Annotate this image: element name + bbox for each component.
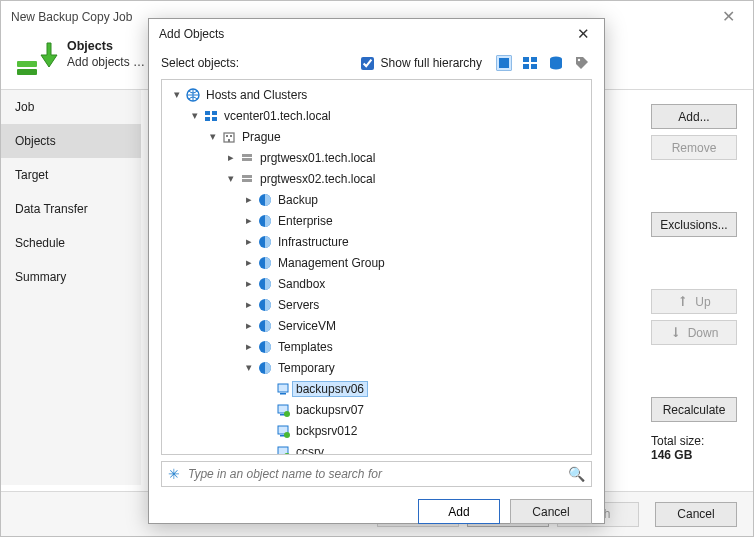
object-tree[interactable]: ▾Hosts and Clusters▾vcenter01.tech.local… — [161, 79, 592, 455]
vm-icon — [274, 424, 292, 438]
tree-node[interactable]: ▸Sandbox — [162, 273, 591, 294]
tree-label[interactable]: Enterprise — [274, 213, 337, 229]
tree-label[interactable]: Backup — [274, 192, 322, 208]
tree-node[interactable]: ▸Backup — [162, 189, 591, 210]
tree-label[interactable]: backupsrv07 — [292, 402, 368, 418]
parent-window: New Backup Copy Job ✕ Objects Add object… — [0, 0, 754, 537]
chevron-right-icon[interactable]: ▸ — [242, 298, 256, 311]
svg-rect-36 — [280, 393, 286, 395]
search-box[interactable]: ✳ 🔍 — [161, 461, 592, 487]
add-button[interactable]: Add — [418, 499, 500, 524]
tree-label[interactable]: Hosts and Clusters — [202, 87, 311, 103]
chevron-down-icon[interactable]: ▾ — [242, 361, 256, 374]
recalculate-button[interactable]: Recalculate — [651, 397, 737, 422]
tree-node[interactable]: ▸Templates — [162, 336, 591, 357]
chevron-down-icon[interactable]: ▾ — [206, 130, 220, 143]
nav-data-transfer[interactable]: Data Transfer — [1, 192, 141, 226]
tree-node[interactable]: ▸backupsrv06 — [162, 378, 591, 399]
spacer: ▸ — [260, 382, 274, 395]
tree-label[interactable]: backupsrv06 — [292, 381, 368, 397]
close-icon[interactable]: ✕ — [573, 25, 594, 43]
svg-rect-21 — [228, 139, 230, 142]
tree-node[interactable]: ▾prgtwesx02.tech.local — [162, 168, 591, 189]
svg-rect-23 — [242, 158, 252, 161]
tree-node[interactable]: ▸ccsrv — [162, 441, 591, 455]
tree-label[interactable]: vcenter01.tech.local — [220, 108, 335, 124]
tree-label[interactable]: Sandbox — [274, 276, 329, 292]
svg-rect-15 — [212, 111, 217, 115]
cancel-button[interactable]: Cancel — [655, 502, 737, 527]
dialog-footer: Add Cancel — [149, 487, 604, 536]
tree-node[interactable]: ▸backupsrv07 — [162, 399, 591, 420]
tree-node[interactable]: ▸prgtwesx01.tech.local — [162, 147, 591, 168]
tree-node[interactable]: ▾Prague — [162, 126, 591, 147]
pool-icon — [256, 214, 274, 228]
search-input[interactable] — [186, 466, 568, 482]
nav-job[interactable]: Job — [1, 90, 141, 124]
chevron-down-icon[interactable]: ▾ — [224, 172, 238, 185]
search-icon[interactable]: 🔍 — [568, 466, 585, 482]
chevron-right-icon[interactable]: ▸ — [242, 319, 256, 332]
down-button: 🠗Down — [651, 320, 737, 345]
tree-node[interactable]: ▸Enterprise — [162, 210, 591, 231]
vc-icon — [202, 109, 220, 123]
nav-objects[interactable]: Objects — [1, 124, 141, 158]
add-button[interactable]: Add... — [651, 104, 737, 129]
chevron-right-icon[interactable]: ▸ — [242, 235, 256, 248]
svg-rect-25 — [242, 179, 252, 182]
tree-label[interactable]: Prague — [238, 129, 285, 145]
chevron-down-icon[interactable]: ▾ — [188, 109, 202, 122]
chevron-right-icon[interactable]: ▸ — [242, 340, 256, 353]
exclusions-button[interactable]: Exclusions... — [651, 212, 737, 237]
tree-node[interactable]: ▸ServiceVM — [162, 315, 591, 336]
tags-view-icon[interactable] — [572, 53, 592, 73]
tree-node[interactable]: ▸Management Group — [162, 252, 591, 273]
vm-icon — [274, 445, 292, 456]
nav-target[interactable]: Target — [1, 158, 141, 192]
tree-label[interactable]: ccsrv — [292, 444, 328, 456]
tree-node[interactable]: ▾Temporary — [162, 357, 591, 378]
chevron-down-icon[interactable]: ▾ — [170, 88, 184, 101]
tree-label[interactable]: bckpsrv012 — [292, 423, 361, 439]
total-size: Total size: 146 GB — [651, 434, 737, 462]
vms-view-icon[interactable] — [520, 53, 540, 73]
tree-node[interactable]: ▸Infrastructure — [162, 231, 591, 252]
tree-label[interactable]: Temporary — [274, 360, 339, 376]
chevron-right-icon[interactable]: ▸ — [242, 193, 256, 206]
datastore-view-icon[interactable] — [546, 53, 566, 73]
svg-rect-0 — [17, 61, 37, 67]
svg-rect-19 — [226, 135, 228, 137]
tree-label[interactable]: ServiceVM — [274, 318, 340, 334]
chevron-right-icon[interactable]: ▸ — [242, 277, 256, 290]
nav-summary[interactable]: Summary — [1, 260, 141, 294]
pool-icon — [256, 298, 274, 312]
tree-node[interactable]: ▸Servers — [162, 294, 591, 315]
total-size-label: Total size: — [651, 434, 737, 448]
svg-rect-22 — [242, 154, 252, 157]
tree-node[interactable]: ▸bckpsrv012 — [162, 420, 591, 441]
sparkle-icon: ✳ — [168, 466, 186, 482]
show-full-hierarchy-checkbox[interactable]: Show full hierarchy — [357, 54, 482, 73]
cancel-button[interactable]: Cancel — [510, 499, 592, 524]
svg-rect-16 — [205, 117, 210, 121]
chevron-right-icon[interactable]: ▸ — [242, 256, 256, 269]
tree-label[interactable]: Infrastructure — [274, 234, 353, 250]
select-objects-label: Select objects: — [161, 56, 239, 70]
dialog-titlebar: Add Objects ✕ — [149, 19, 604, 49]
close-icon[interactable]: ✕ — [714, 1, 743, 33]
tree-label[interactable]: Templates — [274, 339, 337, 355]
tree-label[interactable]: Management Group — [274, 255, 389, 271]
globe-icon — [184, 88, 202, 102]
svg-rect-5 — [523, 57, 529, 62]
pool-icon — [256, 277, 274, 291]
tree-label[interactable]: prgtwesx02.tech.local — [256, 171, 379, 187]
host-icon — [238, 151, 256, 165]
chevron-right-icon[interactable]: ▸ — [224, 151, 238, 164]
tree-label[interactable]: Servers — [274, 297, 323, 313]
tree-node[interactable]: ▾Hosts and Clusters — [162, 84, 591, 105]
hosts-view-icon[interactable] — [494, 53, 514, 73]
chevron-right-icon[interactable]: ▸ — [242, 214, 256, 227]
tree-node[interactable]: ▾vcenter01.tech.local — [162, 105, 591, 126]
tree-label[interactable]: prgtwesx01.tech.local — [256, 150, 379, 166]
nav-schedule[interactable]: Schedule — [1, 226, 141, 260]
